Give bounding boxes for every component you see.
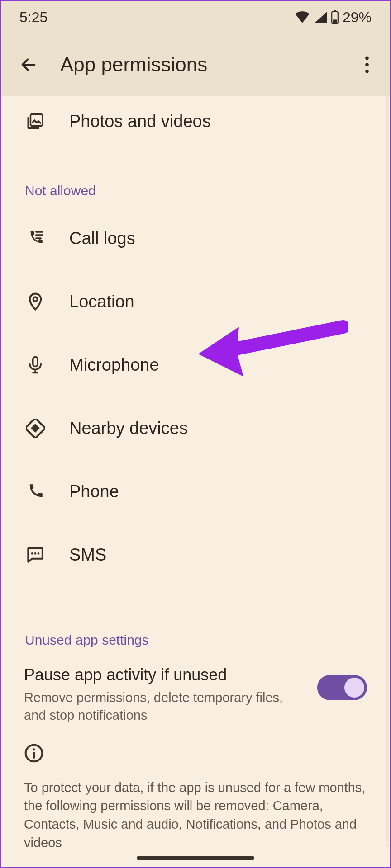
overflow-menu-button[interactable] (353, 51, 381, 78)
permission-label: Photos and videos (69, 112, 211, 131)
pause-app-toggle[interactable] (317, 675, 367, 700)
battery-pct: 29% (343, 9, 372, 26)
content-scroll[interactable]: Photos and videos Not allowed Call logs … (1, 96, 390, 868)
permission-item-location[interactable]: Location (1, 270, 390, 333)
battery-icon (331, 10, 339, 24)
svg-point-4 (365, 63, 369, 66)
permission-item-microphone[interactable]: Microphone (1, 333, 390, 396)
svg-point-13 (38, 552, 40, 555)
back-button[interactable] (15, 51, 42, 78)
permission-label: Nearby devices (69, 419, 188, 438)
permission-label: Call logs (69, 229, 135, 248)
svg-rect-16 (33, 752, 35, 759)
nearby-devices-icon (24, 419, 47, 438)
call-logs-icon (24, 229, 47, 248)
svg-rect-6 (31, 114, 43, 126)
svg-rect-2 (333, 19, 337, 23)
svg-rect-10 (31, 424, 40, 433)
app-bar: App permissions (1, 33, 390, 96)
signal-icon (314, 11, 327, 23)
setting-pause-app-activity[interactable]: Pause app activity if unused Remove perm… (1, 656, 390, 724)
microphone-icon (24, 355, 47, 374)
permission-item-call-logs[interactable]: Call logs (1, 207, 390, 270)
info-text: To protect your data, if the app is unus… (24, 778, 367, 852)
setting-subtitle: Remove permissions, delete temporary fil… (24, 689, 291, 724)
svg-point-3 (365, 57, 369, 60)
svg-point-12 (34, 552, 37, 555)
section-header-not-allowed: Not allowed (1, 173, 390, 207)
navigation-pill[interactable] (137, 856, 254, 860)
status-time: 5:25 (19, 9, 48, 26)
permission-item-photos-videos[interactable]: Photos and videos (1, 96, 390, 146)
permission-label: Phone (69, 482, 119, 501)
section-header-unused: Unused app settings (1, 623, 390, 656)
location-icon (24, 292, 47, 311)
permission-label: Microphone (69, 355, 159, 375)
info-block: To protect your data, if the app is unus… (1, 724, 390, 852)
info-icon (24, 743, 367, 765)
status-bar: 5:25 29% (1, 1, 390, 33)
permission-label: Location (69, 292, 134, 311)
phone-icon (24, 482, 47, 501)
svg-point-15 (33, 748, 35, 750)
wifi-icon (295, 11, 310, 23)
svg-rect-8 (33, 357, 38, 367)
svg-point-5 (365, 70, 369, 73)
scrollbar[interactable] (386, 96, 389, 847)
permission-item-phone[interactable]: Phone (1, 460, 390, 523)
permission-item-sms[interactable]: SMS (1, 523, 390, 586)
svg-point-11 (31, 552, 33, 555)
status-icons: 29% (295, 9, 372, 26)
svg-rect-1 (334, 10, 336, 12)
sms-icon (24, 545, 47, 564)
photos-videos-icon (24, 112, 47, 131)
setting-text: Pause app activity if unused Remove perm… (24, 664, 304, 724)
page-title: App permissions (60, 53, 353, 76)
svg-point-7 (33, 297, 37, 301)
arrow-left-icon (19, 56, 38, 74)
more-vert-icon (365, 56, 369, 73)
setting-title: Pause app activity if unused (24, 664, 304, 686)
permission-item-nearby-devices[interactable]: Nearby devices (1, 396, 390, 460)
permission-label: SMS (69, 545, 106, 565)
